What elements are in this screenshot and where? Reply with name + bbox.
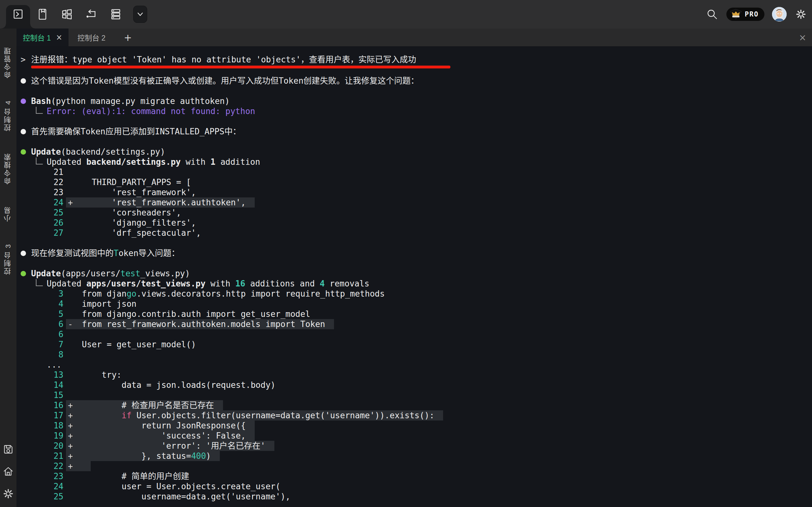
text-segment: )	[206, 451, 211, 461]
diff-code: 'error': '用户名已存在'	[82, 441, 265, 451]
new-tab-button[interactable]: +	[114, 29, 141, 46]
flow-tool-button[interactable]	[84, 0, 98, 29]
diff-context-line: User = get_user_model()	[66, 339, 196, 349]
home-button[interactable]	[1, 464, 15, 478]
tool-name: Bash	[31, 96, 51, 106]
bookmark-tool-button[interactable]	[36, 0, 49, 29]
diff-row: 25 'corsheaders',	[16, 208, 812, 218]
save-button[interactable]	[1, 442, 15, 456]
text-segment: try:	[82, 370, 121, 380]
diff-change-marker	[68, 339, 82, 349]
text-segment: # 检查用户名是否已存在	[82, 400, 214, 410]
diff-ellipsis: ...	[47, 360, 812, 370]
diff-row: 23 'rest_framework',	[16, 187, 812, 198]
diff-row: 18+ return JsonResponse({	[16, 420, 812, 431]
diff-change-marker	[68, 228, 82, 238]
diff-context-line	[66, 349, 82, 360]
tab-console-2[interactable]: 控制台 2	[68, 29, 114, 46]
diff-code: username=data.get('username'),	[82, 492, 290, 502]
diff-added-line: + 'error': '用户名已存在'	[66, 441, 274, 451]
diff-line-number: 6	[16, 319, 63, 329]
diff-row: 26 'django_filters',	[16, 218, 812, 228]
text-segment: from djan	[82, 289, 126, 298]
server-tool-button[interactable]	[109, 0, 123, 29]
diff-line-number: 19	[16, 431, 63, 441]
diff-change-marker	[68, 471, 82, 481]
diff-code: import json	[82, 299, 136, 309]
diff-context-line	[66, 329, 82, 339]
flow-left-icon	[85, 8, 98, 21]
tab-console-1-close-icon[interactable]: ×	[56, 33, 62, 42]
tool-result-text: Updated apps/users/test_views.py with 16…	[47, 279, 369, 289]
bullet-icon	[20, 248, 31, 258]
pro-badge[interactable]: PRO	[726, 8, 764, 21]
diff-change-marker	[68, 380, 82, 390]
text-segment: _views.py)	[140, 269, 190, 278]
sidebar-item-1[interactable]: 命令管理	[3, 47, 13, 78]
save-icon	[2, 443, 14, 456]
diff-context-line: 'django_filters',	[66, 218, 196, 228]
tool-dropdown-button[interactable]	[133, 0, 147, 29]
layout-tool-button[interactable]	[60, 0, 74, 29]
text-segment: (apps/users/	[61, 269, 120, 278]
tool-result-text: Updated backend/settings.py with 1 addit…	[47, 157, 260, 167]
diff-line-number: 8	[16, 349, 63, 360]
diff-line-number: 16	[16, 400, 63, 410]
sidebar-item-2[interactable]: 控制台 4	[3, 100, 13, 131]
text-segment: oken导入问题：	[119, 248, 180, 258]
text-segment: 16	[235, 279, 245, 288]
diff-change-marker: +	[68, 420, 82, 431]
tool-result-text: Error: (eval):1: command not found: pyth…	[47, 106, 255, 116]
terminal-block-message: 这个错误是因为Token模型没有被正确导入或创建。用户写入成功但Token创建失…	[16, 76, 812, 86]
diff-context-line: THIRD_PARTY_APPS = [	[66, 177, 191, 187]
diff-code: data = json.loads(request.body)	[82, 380, 275, 390]
close-panel-icon[interactable]: ×	[793, 29, 812, 46]
diff-added-line: + if User.objects.filter(username=data.g…	[66, 410, 443, 420]
assistant-message-text: 现在修复测试视图中的Token导入问题：	[31, 248, 180, 258]
diff-code: User = get_user_model()	[82, 339, 196, 349]
diff-line-number: 6	[16, 329, 63, 339]
diff-code: 'django_filters',	[82, 218, 196, 228]
diff-change-marker: +	[68, 451, 82, 461]
diff-removed-line: -from rest_framework.authtoken.models im…	[66, 319, 334, 329]
diff-change-marker	[68, 492, 82, 502]
text-segment: 'rest_framework.authtoken',	[82, 198, 246, 207]
diff-line-number: 22	[16, 461, 63, 471]
text-segment: Updated	[47, 157, 86, 167]
diff-line-number: 14	[16, 380, 63, 390]
gear-icon	[795, 8, 807, 20]
diff-line-number: 22	[16, 177, 63, 187]
diff-code: 'corsheaders',	[82, 208, 181, 218]
tab-console-1-label: 控制台 1	[23, 32, 51, 43]
text-segment: if	[121, 411, 131, 420]
diff-code: 'drf_spectacular',	[82, 228, 201, 238]
diff-row: 23 # 简单的用户创建	[16, 471, 812, 481]
diff-context-line: username=data.get('username'),	[66, 492, 290, 502]
diff-added-line: + 'success': False,	[66, 431, 255, 441]
diff-code: user = User.objects.create_user(	[82, 481, 281, 492]
user-avatar[interactable]	[772, 7, 786, 21]
chevron-down-icon	[136, 9, 145, 19]
terminal-tool-button[interactable]	[11, 0, 25, 29]
text-segment: addition	[215, 157, 260, 167]
diff-code: 'rest_framework',	[82, 187, 196, 198]
sidebar-item-4[interactable]: 小易	[3, 206, 13, 222]
red-underline-highlight	[31, 66, 450, 68]
text-segment: 首先需要确保Token应用已添加到INSTALLED_APPS中：	[31, 127, 241, 136]
top-toolbar: PRO	[0, 0, 812, 29]
sidebar-item-5[interactable]: 控制台 3	[3, 243, 13, 275]
assistant-message-text: 这个错误是因为Token模型没有被正确导入或创建。用户写入成功但Token创建失…	[31, 76, 419, 86]
diff-change-marker: +	[68, 461, 82, 471]
assistant-message-line: 这个错误是因为Token模型没有被正确导入或创建。用户写入成功但Token创建失…	[16, 76, 812, 86]
settings-bottom-button[interactable]	[1, 487, 15, 501]
settings-button[interactable]	[794, 8, 808, 21]
text-segment: 400	[191, 451, 206, 461]
search-button[interactable]	[705, 8, 719, 21]
bullet-icon	[20, 96, 31, 106]
tab-console-1[interactable]: 控制台 1 ×	[16, 29, 68, 46]
sidebar-item-3[interactable]: 命令搜索	[3, 153, 13, 184]
text-segment: user = User.objects.create_user(	[82, 482, 281, 491]
diff-context-line: 'rest_framework',	[66, 187, 196, 198]
text-segment: from rest_framework.authtoken.models imp…	[82, 320, 325, 329]
text-segment: go	[126, 289, 136, 298]
